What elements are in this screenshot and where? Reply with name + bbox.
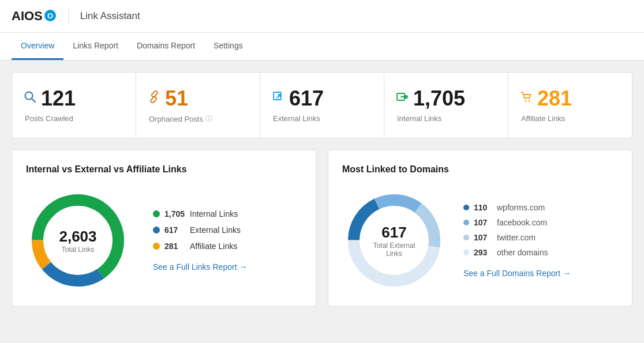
- orphaned-posts-label: Orphaned Posts ⓘ: [148, 114, 212, 124]
- external-links-label: External Links: [272, 114, 320, 123]
- orphaned-posts-number: 51: [165, 86, 188, 111]
- external-links-number: 617: [289, 86, 324, 111]
- posts-crawled-label: Posts Crawled: [24, 114, 73, 123]
- stat-posts-crawled: 121 Posts Crawled: [12, 73, 136, 138]
- app-header: AIOSO Link Assistant: [0, 0, 644, 33]
- domains-donut-center: 617 Total External Links: [368, 224, 420, 258]
- domains-chart-title: Most Linked to Domains: [342, 164, 618, 175]
- app-subtitle: Link Assistant: [80, 10, 140, 22]
- stat-orphaned-posts: 51 Orphaned Posts ⓘ: [136, 73, 260, 138]
- domains-chart-card: Most Linked to Domains: [328, 150, 632, 307]
- links-donut-center: 2,603 Total Links: [59, 228, 96, 254]
- twitter-dot: [463, 235, 469, 240]
- legend-affiliate: 281 Affiliate Links: [153, 242, 247, 251]
- links-donut-chart: 2,603 Total Links: [26, 189, 130, 292]
- stat-affiliate-links: 281 Affiliate Links: [508, 73, 632, 138]
- domains-donut-chart: 617 Total External Links: [342, 189, 446, 292]
- external-label: External Links: [190, 225, 241, 235]
- other-count: 293: [474, 248, 492, 257]
- logo-gear-svg: O: [44, 9, 57, 22]
- links-total-number: 2,603: [59, 228, 96, 246]
- svg-line-3: [32, 99, 35, 102]
- app-logo: AIOSO: [12, 9, 57, 24]
- internal-links-label: Internal Links: [396, 114, 441, 123]
- main-nav: Overview Links Report Domains Report Set…: [0, 33, 644, 61]
- other-dot: [463, 250, 469, 255]
- internal-link-icon: [396, 91, 409, 107]
- links-legend: 1,705 Internal Links 617 External Links …: [153, 209, 247, 251]
- cards-row: Internal vs External vs Affiliate Links: [12, 150, 632, 307]
- links-chart-title: Internal vs External vs Affiliate Links: [26, 164, 302, 175]
- wpforms-label: wpforms.com: [497, 203, 545, 212]
- legend-internal: 1,705 Internal Links: [153, 209, 247, 218]
- stat-top-affiliate: 281: [520, 86, 572, 111]
- external-link-icon: [272, 91, 284, 107]
- svg-point-9: [525, 100, 527, 102]
- orphaned-help-icon[interactable]: ⓘ: [205, 114, 212, 124]
- wpforms-dot: [463, 205, 469, 210]
- affiliate-count: 281: [164, 242, 185, 251]
- svg-rect-5: [274, 92, 281, 100]
- internal-label: Internal Links: [190, 209, 238, 218]
- facebook-label: facebook.com: [497, 218, 547, 227]
- links-chart-card: Internal vs External vs Affiliate Links: [12, 150, 316, 307]
- stat-top-external: 617: [272, 86, 324, 111]
- links-chart-section: 2,603 Total Links 1,705 Internal Links: [26, 189, 302, 292]
- domain-legend-facebook: 107 facebook.com: [463, 218, 571, 227]
- stat-external-links: 617 External Links: [260, 73, 384, 138]
- affiliate-links-number: 281: [537, 86, 572, 111]
- cart-icon: [520, 91, 533, 107]
- domain-legend-wpforms: 110 wpforms.com: [463, 203, 571, 212]
- domains-total-label: Total External Links: [368, 242, 420, 258]
- links-legend-section: 1,705 Internal Links 617 External Links …: [153, 209, 247, 272]
- header-divider: [68, 8, 69, 24]
- other-label: other domains: [497, 248, 548, 257]
- affiliate-dot: [153, 243, 160, 250]
- stat-top-orphaned: 51: [148, 86, 188, 111]
- domain-legend-other: 293 other domains: [463, 248, 571, 257]
- facebook-dot: [463, 220, 469, 225]
- stat-top-internal: 1,705: [396, 86, 465, 111]
- internal-links-number: 1,705: [413, 86, 465, 111]
- stat-top-posts-crawled: 121: [24, 86, 76, 111]
- posts-crawled-number: 121: [41, 86, 76, 111]
- nav-links-report[interactable]: Links Report: [63, 33, 128, 60]
- svg-point-10: [529, 100, 530, 102]
- external-count: 617: [164, 225, 185, 235]
- nav-overview[interactable]: Overview: [12, 33, 63, 60]
- domains-legend: 110 wpforms.com 107 facebook.com 107 twi…: [463, 203, 571, 257]
- stat-internal-links: 1,705 Internal Links: [384, 73, 508, 138]
- domains-legend-section: 110 wpforms.com 107 facebook.com 107 twi…: [463, 203, 571, 278]
- twitter-count: 107: [474, 233, 492, 242]
- main-content: 121 Posts Crawled 51 Orphaned Posts ⓘ: [0, 61, 644, 318]
- wpforms-count: 110: [474, 203, 492, 212]
- magnifier-icon: [24, 91, 36, 107]
- domain-legend-twitter: 107 twitter.com: [463, 233, 571, 242]
- legend-external: 617 External Links: [153, 225, 247, 235]
- domains-total-number: 617: [368, 224, 420, 242]
- nav-settings[interactable]: Settings: [204, 33, 252, 60]
- affiliate-links-label: Affiliate Links: [520, 114, 565, 123]
- stats-bar: 121 Posts Crawled 51 Orphaned Posts ⓘ: [12, 72, 632, 138]
- internal-count: 1,705: [164, 209, 185, 218]
- facebook-count: 107: [474, 218, 492, 227]
- external-dot: [153, 227, 160, 233]
- twitter-label: twitter.com: [497, 233, 536, 242]
- see-full-domains-link[interactable]: See a Full Domains Report →: [463, 269, 571, 278]
- svg-text:O: O: [47, 12, 53, 20]
- links-total-label: Total Links: [59, 246, 96, 254]
- nav-domains-report[interactable]: Domains Report: [128, 33, 204, 60]
- link-broken-icon: [148, 91, 160, 107]
- domains-chart-section: 617 Total External Links 110 wpforms.com: [342, 189, 618, 292]
- affiliate-label: Affiliate Links: [190, 242, 237, 251]
- see-full-links-link[interactable]: See a Full Links Report →: [153, 262, 247, 272]
- internal-dot: [153, 210, 160, 217]
